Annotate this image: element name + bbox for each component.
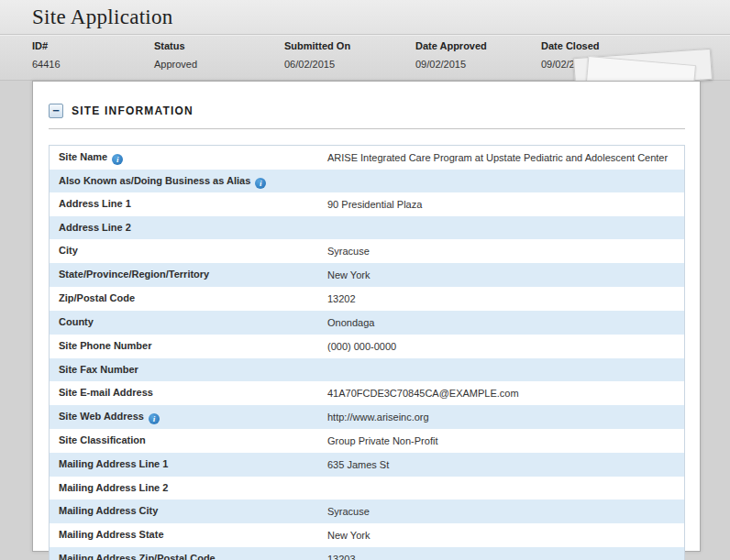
field-value xyxy=(326,216,684,239)
table-row: Mailing Address State New York xyxy=(50,523,684,547)
info-icon[interactable]: i xyxy=(112,154,123,165)
section-title: SITE INFORMATION xyxy=(72,104,194,117)
table-row: County Onondaga xyxy=(50,311,684,335)
field-value: Group Private Non-Profit xyxy=(326,429,684,453)
summary-field-label: Status xyxy=(154,40,284,51)
field-value: Onondaga xyxy=(326,311,684,335)
field-label: Site Phone Number xyxy=(50,335,326,358)
info-icon[interactable]: i xyxy=(149,413,160,424)
table-row: State/Province/Region/Territory New York xyxy=(50,263,684,287)
collapse-section-button[interactable]: − xyxy=(49,104,63,118)
table-row: Site Classification Group Private Non-Pr… xyxy=(50,429,684,453)
summary-field-value: 09/02/2015 xyxy=(415,59,541,70)
field-value: 90 Presidential Plaza xyxy=(326,192,684,216)
field-value: ARISE Integrated Care Program at Upstate… xyxy=(326,146,684,170)
table-row: Also Known as/Doing Business as Aliasi xyxy=(50,170,684,192)
table-row: Mailing Address Line 2 xyxy=(50,477,684,500)
field-value xyxy=(326,477,684,500)
table-row: Mailing Address Zip/Postal Code 13203 xyxy=(50,547,684,560)
field-label: County xyxy=(50,311,326,335)
summary-field-value: 06/02/2015 xyxy=(284,59,415,70)
field-value: 41A70FCDE3C70845CA@EXAMPLE.com xyxy=(326,381,684,405)
field-label: Mailing Address State xyxy=(50,523,326,547)
site-information-table: Site Namei ARISE Integrated Care Program… xyxy=(49,145,685,560)
summary-field: Submitted On 06/02/2015 xyxy=(284,40,415,70)
field-label: Zip/Postal Code xyxy=(50,287,326,311)
summary-field: Date Approved 09/02/2015 xyxy=(415,40,541,70)
summary-field: ID# 64416 xyxy=(32,40,154,70)
summary-field-label: ID# xyxy=(32,40,154,51)
field-value: 13203 xyxy=(326,547,684,560)
field-value xyxy=(326,170,684,192)
table-row: Site Web Addressi http://www.ariseinc.or… xyxy=(50,405,684,429)
info-icon[interactable]: i xyxy=(255,178,266,189)
field-label: Site Fax Number xyxy=(50,358,326,381)
section-divider xyxy=(49,128,685,129)
field-value: (000) 000-0000 xyxy=(326,335,684,358)
field-value: New York xyxy=(326,523,684,547)
field-label: Site Namei xyxy=(50,146,326,170)
table-row: Address Line 1 90 Presidential Plaza xyxy=(50,192,684,216)
field-label: Site E-mail Address xyxy=(50,381,326,405)
field-label: Mailing Address Line 2 xyxy=(50,477,326,500)
field-label: Mailing Address Zip/Postal Code xyxy=(50,547,326,560)
field-value: Syracuse xyxy=(326,239,684,263)
field-value: http://www.ariseinc.org xyxy=(326,405,684,429)
field-label: Also Known as/Doing Business as Aliasi xyxy=(50,170,326,192)
table-row: Site Namei ARISE Integrated Care Program… xyxy=(50,146,684,170)
summary-field-label: Date Approved xyxy=(415,40,541,51)
field-label: Site Classification xyxy=(50,429,326,453)
table-row: City Syracuse xyxy=(50,239,684,263)
title-divider xyxy=(0,34,730,35)
page-title: Site Application xyxy=(32,5,173,29)
table-row: Mailing Address City Syracuse xyxy=(50,500,684,523)
table-row: Zip/Postal Code 13202 xyxy=(50,287,684,311)
table-row: Site Fax Number xyxy=(50,358,684,381)
field-label: Address Line 2 xyxy=(50,216,326,239)
field-label: Site Web Addressi xyxy=(50,405,326,429)
field-label: City xyxy=(50,239,326,263)
summary-field: Status Approved xyxy=(154,40,284,70)
field-value: 635 James St xyxy=(326,453,684,477)
field-value: Syracuse xyxy=(326,500,684,523)
field-label: State/Province/Region/Territory xyxy=(50,263,326,287)
table-row: Mailing Address Line 1 635 James St xyxy=(50,453,684,477)
site-application-panel: − SITE INFORMATION Site Namei ARISE Inte… xyxy=(32,81,701,552)
collapse-minus-icon: − xyxy=(52,105,60,116)
table-row: Site E-mail Address 41A70FCDE3C70845CA@E… xyxy=(50,381,684,405)
site-information-section-header: − SITE INFORMATION xyxy=(33,82,700,118)
summary-field-value: 64416 xyxy=(32,59,154,70)
table-row: Address Line 2 xyxy=(50,216,684,239)
field-label: Mailing Address Line 1 xyxy=(50,453,326,477)
field-value xyxy=(326,358,684,381)
summary-field-label: Submitted On xyxy=(284,40,415,51)
table-row: Site Phone Number (000) 000-0000 xyxy=(50,335,684,358)
field-label: Mailing Address City xyxy=(50,500,326,523)
field-value: 13202 xyxy=(326,287,684,311)
summary-field-value: Approved xyxy=(154,59,284,70)
field-label: Address Line 1 xyxy=(50,192,326,216)
field-value: New York xyxy=(326,263,684,287)
